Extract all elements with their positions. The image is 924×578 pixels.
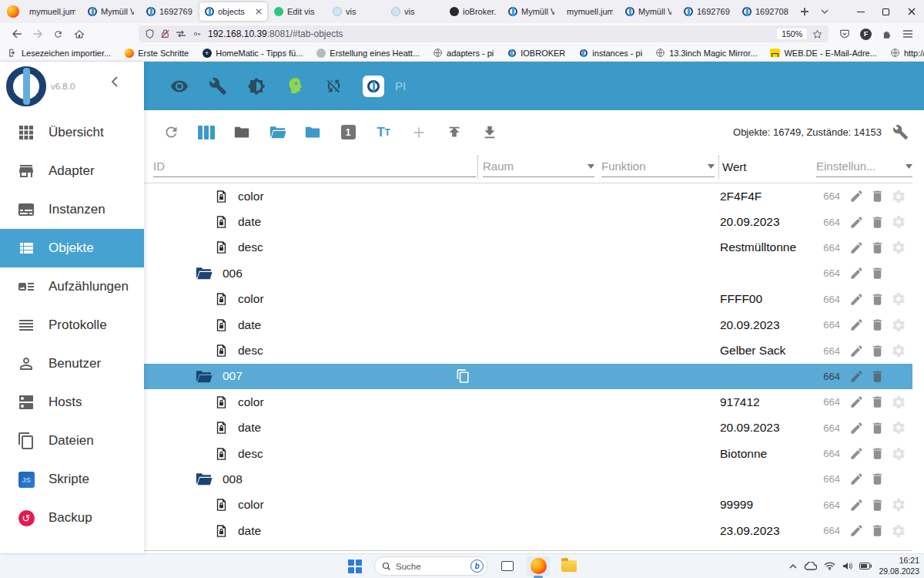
object-row[interactable]: date23.09.2023664 (144, 518, 912, 543)
browser-tab[interactable]: Mymüll Visu (620, 2, 677, 21)
browser-tab[interactable]: 1692769323 (141, 2, 198, 21)
edit-pencil-icon[interactable] (849, 549, 864, 551)
sidebar-item-adapter[interactable]: Adapter (0, 152, 144, 190)
view-eye-icon[interactable] (170, 77, 189, 96)
browser-tab[interactable]: ioBroker.my (444, 2, 501, 21)
extension-f-icon[interactable]: F (860, 29, 872, 40)
add-object-button[interactable] (401, 119, 437, 146)
firefox-view-button[interactable] (3, 2, 23, 21)
delete-trash-icon[interactable] (870, 498, 885, 512)
settings-gear-icon[interactable] (891, 189, 906, 204)
settings-gear-icon[interactable] (891, 497, 906, 512)
delete-trash-icon[interactable] (870, 421, 885, 435)
taskbar-firefox[interactable] (527, 556, 550, 576)
delete-trash-icon[interactable] (870, 395, 885, 409)
home-button[interactable] (69, 25, 89, 43)
new-tab-button[interactable] (795, 2, 815, 21)
columns-button[interactable] (189, 119, 224, 146)
close-window-button[interactable] (899, 0, 924, 23)
wrench-icon[interactable] (209, 77, 227, 96)
sidebar-item-hosts[interactable]: Hosts (0, 383, 144, 422)
edit-pencil-icon[interactable] (849, 189, 864, 203)
browser-tab[interactable]: Edit vis (269, 2, 326, 21)
object-row[interactable]: descRestmülltonne664 (144, 235, 912, 260)
object-row[interactable]: color99999664 (144, 492, 912, 518)
object-row[interactable]: colorFFFF00664 (144, 287, 912, 312)
pocket-icon[interactable] (839, 29, 850, 39)
settings-wrench-icon[interactable] (892, 124, 909, 140)
sidebar-item-dateien[interactable]: Dateien (0, 422, 144, 460)
edit-pencil-icon[interactable] (849, 318, 864, 332)
edit-pencil-icon[interactable] (849, 344, 864, 358)
sidebar-collapse-button[interactable] (111, 76, 119, 91)
sidebar-item-backup[interactable]: ↺Backup (0, 499, 144, 537)
battery-icon[interactable] (859, 563, 872, 570)
edit-pencil-icon[interactable] (849, 523, 864, 538)
settings-gear-icon[interactable] (891, 214, 906, 230)
settings-gear-icon[interactable] (891, 549, 906, 551)
close-tab-icon[interactable] (256, 8, 262, 15)
delete-trash-icon[interactable] (870, 292, 885, 307)
expert-mode-icon[interactable] (286, 76, 305, 96)
browser-tab[interactable]: 1692708409 (737, 2, 794, 21)
bookmark-star-icon[interactable] (812, 29, 822, 39)
bookmark-item[interactable]: http://192.168.10.39:8... (890, 48, 924, 58)
menu-hamburger-icon[interactable] (902, 29, 913, 39)
browser-tab[interactable]: mymuell.jumom (561, 2, 618, 21)
delete-trash-icon[interactable] (870, 523, 885, 538)
object-row[interactable]: date20.09.2023664 (144, 312, 912, 338)
filter-id-input[interactable]: ID (153, 156, 476, 177)
filter-funktion-select[interactable]: Funktion (601, 156, 715, 177)
bookmark-item[interactable]: +HomeMatic - Tipps fü... (202, 48, 303, 58)
refresh-button[interactable] (153, 119, 189, 146)
sidebar-item-protokolle[interactable]: Protokolle (0, 306, 144, 344)
sidebar-item-objekte[interactable]: Objekte (0, 229, 144, 267)
forward-button[interactable] (27, 25, 48, 43)
object-row[interactable]: 007664 (144, 364, 912, 389)
theme-brightness-icon[interactable] (247, 77, 266, 96)
key-icon[interactable] (192, 30, 203, 38)
bookmark-item[interactable]: adapters - pi (433, 48, 494, 58)
edit-pencil-icon[interactable] (849, 215, 864, 230)
wifi-icon[interactable] (824, 562, 835, 570)
filter-einstellungen-select[interactable]: Einstellun... (816, 156, 912, 177)
bookmark-item[interactable]: 13.3inch Magic Mirror... (655, 48, 757, 58)
delete-trash-icon[interactable] (870, 318, 885, 332)
speaker-icon[interactable] (842, 562, 852, 570)
minimize-button[interactable] (848, 0, 873, 23)
delete-trash-icon[interactable] (870, 369, 885, 384)
bookmark-item[interactable]: WEB.DE - E-Mail-Adre... (770, 48, 876, 58)
settings-gear-icon[interactable] (891, 240, 906, 255)
delete-trash-icon[interactable] (870, 472, 885, 486)
expand-all-button[interactable] (259, 119, 295, 146)
zoom-level-badge[interactable]: 150% (777, 29, 807, 39)
sidebar-item-bersicht[interactable]: Übersicht (0, 113, 144, 152)
browser-tab[interactable]: 1692769323 (678, 2, 735, 21)
delete-trash-icon[interactable] (870, 240, 885, 255)
browser-tab[interactable]: vis (386, 2, 443, 21)
back-button[interactable] (6, 25, 27, 43)
sidebar-item-skripte[interactable]: JSSkripte (0, 460, 144, 499)
edit-pencil-icon[interactable] (849, 292, 864, 307)
insecure-lock-icon[interactable] (160, 29, 170, 39)
expand-level-1-button[interactable]: 1 (330, 119, 366, 146)
browser-tab[interactable]: Mymüll Visu (503, 2, 560, 21)
delete-trash-icon[interactable] (870, 189, 885, 203)
object-row[interactable]: color2F4F4F664 (144, 183, 912, 209)
reload-button[interactable] (48, 25, 69, 43)
browser-tab[interactable]: mymuell.jumom (24, 2, 81, 21)
object-row[interactable]: color917412664 (144, 389, 912, 415)
tray-chevron-icon[interactable] (789, 564, 797, 569)
settings-gear-icon[interactable] (891, 343, 906, 358)
object-row[interactable]: descGelber Sack664 (144, 338, 912, 363)
object-row[interactable]: descBiotonne664 (144, 441, 912, 466)
object-row[interactable]: 006664 (144, 260, 912, 286)
edit-pencil-icon[interactable] (849, 266, 864, 281)
onedrive-cloud-icon[interactable] (804, 562, 817, 570)
sidebar-item-instanzen[interactable]: Instanzen (0, 190, 144, 229)
bookmark-item[interactable]: Lesezeichen importier... (8, 48, 111, 58)
delete-trash-icon[interactable] (870, 446, 885, 461)
sidebar-item-benutzer[interactable]: Benutzer (0, 344, 144, 383)
show-names-button[interactable]: TT (366, 119, 401, 146)
list-all-tabs-button[interactable] (815, 2, 835, 21)
